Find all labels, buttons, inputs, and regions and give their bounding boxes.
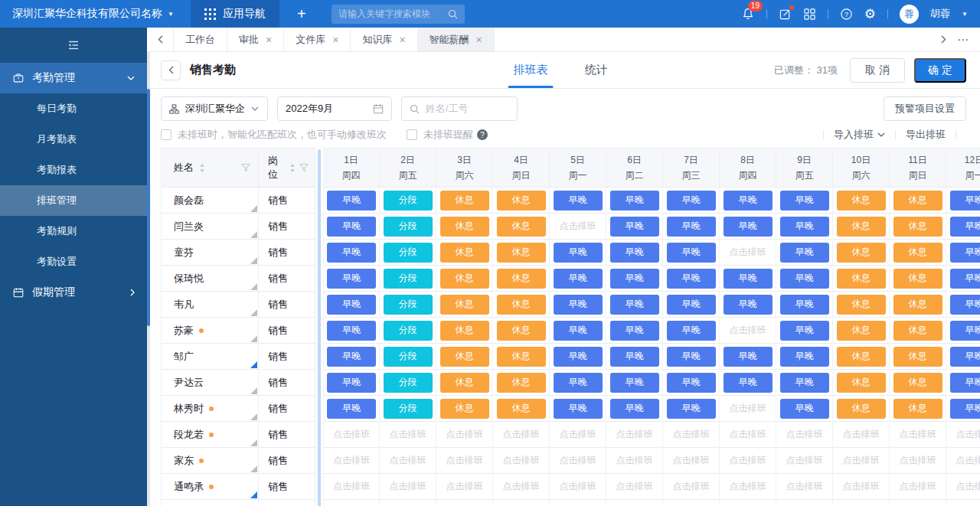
schedule-cell[interactable]: 点击排班 [663,448,720,474]
schedule-cell[interactable]: 早晚 [550,344,606,370]
shift-badge[interactable]: 早晚 [327,347,376,367]
shift-badge[interactable]: 早晚 [610,295,659,315]
shift-badge[interactable]: 早晚 [327,269,376,289]
shift-badge[interactable]: 早晚 [554,399,603,419]
shift-badge[interactable]: 休息 [440,399,489,419]
auto-match-checkbox[interactable] [161,129,172,140]
schedule-cell[interactable]: 早晚 [323,370,380,396]
schedule-cell[interactable]: 点击排班 [946,474,980,500]
shift-badge[interactable]: 休息 [440,347,489,367]
schedule-cell[interactable]: 点击排班 [946,422,980,448]
shift-badge[interactable]: 早晚 [327,191,376,211]
schedule-cell[interactable]: 点击排班 [436,422,493,448]
sidebar-collapse-button[interactable] [0,28,147,63]
schedule-cell[interactable]: 休息 [890,292,946,318]
schedule-cell[interactable]: 点击排班 [323,448,380,474]
schedule-cell[interactable] [890,500,946,506]
shift-badge[interactable]: 休息 [440,217,489,237]
shift-badge[interactable]: 早晚 [610,373,659,393]
org-select[interactable]: 深圳汇聚华企 [161,96,268,121]
schedule-cell[interactable]: 休息 [833,292,890,318]
notification-bell-icon[interactable]: 19 [741,7,755,21]
company-switcher[interactable]: 深圳汇聚华企科技有限公司名称 ▼ [0,7,191,21]
employee-name-cell[interactable]: 韦凡 [161,292,259,318]
schedule-cell[interactable]: 早晚 [550,240,606,266]
schedule-cell[interactable]: 点击排班 [380,448,436,474]
shift-badge[interactable]: 早晚 [724,347,773,367]
schedule-cell[interactable]: 休息 [493,344,550,370]
import-schedule-button[interactable]: 导入排班 [834,128,885,142]
shift-badge[interactable]: 分段 [384,347,433,367]
add-tab-button[interactable]: + [279,5,324,23]
schedule-cell[interactable] [550,500,606,506]
schedule-cell[interactable]: 点击排班 [606,422,663,448]
schedule-cell[interactable] [493,500,550,506]
schedule-cell[interactable]: 早晚 [550,370,606,396]
schedule-cell[interactable]: 早晚 [720,292,776,318]
shift-badge[interactable]: 分段 [384,243,433,263]
employee-name-cell[interactable]: 尹达云 [161,370,259,396]
employee-name-cell[interactable]: 家东 [161,448,259,474]
schedule-cell[interactable]: 早晚 [550,266,606,292]
schedule-cell[interactable]: 早晚 [323,344,380,370]
shift-badge[interactable]: 早晚 [780,347,829,367]
schedule-cell[interactable]: 休息 [493,214,550,240]
shift-badge[interactable]: 早晚 [327,373,376,393]
schedule-cell[interactable]: 早晚 [946,266,980,292]
schedule-cell[interactable]: 点击排班 [323,422,380,448]
avatar[interactable]: 蓉 [900,5,919,24]
schedule-cell[interactable]: 分段 [380,318,436,344]
schedule-cell[interactable] [776,500,833,506]
schedule-cell[interactable]: 休息 [890,318,946,344]
compose-icon[interactable] [779,8,792,21]
employee-name-cell[interactable]: 保琦悦 [161,266,259,292]
browser-tab[interactable]: 智能薪酬× [418,28,495,51]
sidebar-item-考勤规则[interactable]: 考勤规则 [0,216,147,246]
view-tab-排班表[interactable]: 排班表 [511,52,550,88]
schedule-cell[interactable]: 早晚 [323,188,380,214]
schedule-cell[interactable]: 点击排班 [720,396,776,422]
shift-badge[interactable]: 休息 [893,347,942,367]
shift-badge[interactable]: 早晚 [667,243,716,263]
shift-badge[interactable]: 早晚 [554,243,603,263]
chevron-down-icon[interactable]: ▼ [962,11,968,18]
schedule-cell[interactable]: 早晚 [946,370,980,396]
sidebar-item-排班管理[interactable]: 排班管理 [0,185,147,216]
schedule-cell[interactable]: 早晚 [550,318,606,344]
schedule-cell[interactable]: 早晚 [720,370,776,396]
schedule-cell[interactable]: 休息 [833,370,890,396]
schedule-cell[interactable]: 休息 [436,292,493,318]
schedule-cell[interactable]: 点击排班 [606,448,663,474]
schedule-cell[interactable]: 分段 [380,214,436,240]
more-tabs-icon[interactable]: ⋯ [957,33,969,47]
schedule-cell[interactable]: 早晚 [776,318,833,344]
shift-badge[interactable]: 休息 [837,217,886,237]
shift-badge[interactable]: 早晚 [667,399,716,419]
schedule-cell[interactable]: 早晚 [606,266,663,292]
apps-icon[interactable] [803,8,816,21]
vertical-scrollbar[interactable] [147,52,150,506]
schedule-cell[interactable]: 早晚 [606,318,663,344]
shift-badge[interactable]: 早晚 [554,191,603,211]
shift-badge[interactable]: 早晚 [667,321,716,341]
shift-badge[interactable]: 早晚 [610,321,659,341]
schedule-cell[interactable]: 休息 [890,266,946,292]
sidebar-group-attendance[interactable]: 考勤管理 [0,63,147,93]
schedule-cell[interactable]: 分段 [380,370,436,396]
schedule-cell[interactable]: 点击排班 [550,214,606,240]
shift-badge[interactable]: 休息 [497,295,546,315]
schedule-cell[interactable]: 休息 [833,214,890,240]
sort-icon[interactable] [289,163,296,173]
schedule-cell[interactable]: 点击排班 [550,474,606,500]
shift-badge[interactable]: 休息 [837,321,886,341]
filter-icon[interactable] [299,163,309,172]
employee-search-input[interactable]: 姓名/工号 [401,96,518,121]
schedule-cell[interactable]: 早晚 [776,292,833,318]
month-picker[interactable]: 2022年9月 [277,96,392,121]
shift-badge[interactable]: 早晚 [667,191,716,211]
shift-badge[interactable]: 休息 [893,373,942,393]
schedule-cell[interactable]: 早晚 [663,266,720,292]
schedule-cell[interactable]: 早晚 [606,188,663,214]
schedule-cell[interactable]: 早晚 [720,188,776,214]
schedule-cell[interactable]: 早晚 [776,188,833,214]
